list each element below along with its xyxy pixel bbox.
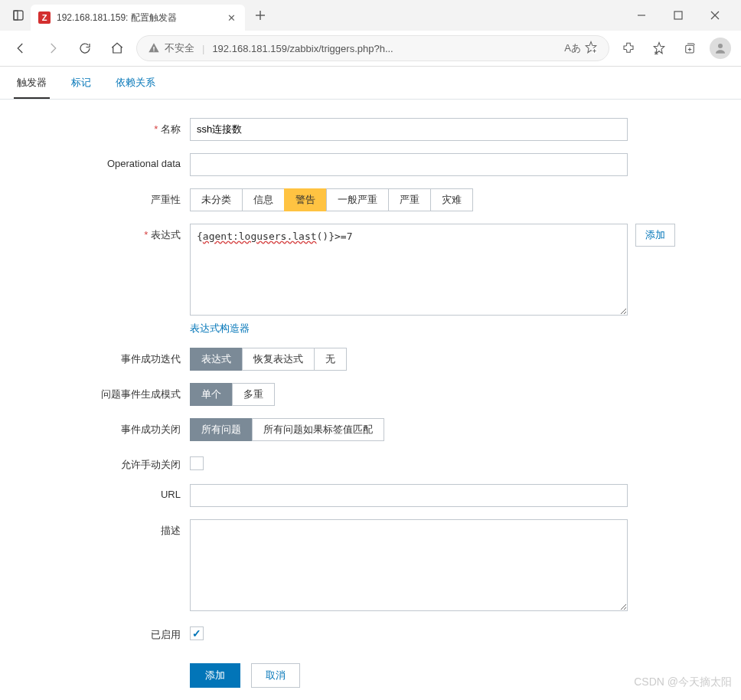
enabled-checkbox[interactable] bbox=[190, 626, 204, 640]
window-controls bbox=[628, 5, 735, 26]
insecure-label: 不安全 bbox=[165, 41, 194, 55]
collections-icon[interactable] bbox=[677, 35, 703, 61]
severity-not-classified[interactable]: 未分类 bbox=[190, 188, 243, 211]
new-tab-icon[interactable] bbox=[248, 3, 273, 28]
label-name: 名称 bbox=[21, 118, 190, 136]
form-actions: 添加 取消 bbox=[21, 663, 720, 688]
severity-disaster[interactable]: 灾难 bbox=[430, 188, 473, 211]
expression-textarea[interactable]: {agent:logusers.last()}>=7 bbox=[190, 224, 628, 316]
ok-event-expression[interactable]: 表达式 bbox=[190, 348, 243, 371]
read-aloud-icon[interactable]: Aあ bbox=[564, 41, 581, 55]
close-window-icon[interactable] bbox=[701, 5, 729, 26]
extensions-icon[interactable] bbox=[615, 35, 641, 61]
operational-data-input[interactable] bbox=[190, 153, 628, 176]
severity-average[interactable]: 一般严重 bbox=[326, 188, 389, 211]
tab-trigger[interactable]: 触发器 bbox=[14, 67, 50, 99]
severity-warning[interactable]: 警告 bbox=[284, 188, 327, 211]
close-icon[interactable]: ✕ bbox=[225, 11, 237, 24]
severity-information[interactable]: 信息 bbox=[242, 188, 285, 211]
url-box[interactable]: 不安全 | 192.168.181.159/zabbix/triggers.ph… bbox=[136, 35, 609, 61]
warning-icon bbox=[148, 42, 160, 54]
page-content: 触发器 标记 依赖关系 名称 Operational data 严重性 未分类 … bbox=[0, 67, 741, 700]
description-textarea[interactable] bbox=[190, 519, 628, 611]
ok-event-none[interactable]: 无 bbox=[314, 348, 347, 371]
ok-event-gen-group: 表达式 恢复表达式 无 bbox=[190, 348, 347, 371]
label-ok-event-gen: 事件成功迭代 bbox=[21, 348, 190, 366]
problem-mode-single[interactable]: 单个 bbox=[190, 383, 233, 406]
tab-bar: Z 192.168.181.159: 配置触发器 ✕ bbox=[0, 0, 741, 31]
label-url: URL bbox=[21, 484, 190, 500]
label-operational-data: Operational data bbox=[21, 153, 190, 169]
allow-manual-close-checkbox[interactable] bbox=[190, 456, 204, 470]
toolbar-icons bbox=[615, 35, 733, 61]
svg-rect-5 bbox=[674, 11, 682, 19]
expression-builder-link[interactable]: 表达式构造器 bbox=[190, 322, 628, 335]
address-bar: 不安全 | 192.168.181.159/zabbix/triggers.ph… bbox=[0, 31, 741, 66]
label-severity: 严重性 bbox=[21, 188, 190, 207]
tab-dependencies[interactable]: 依赖关系 bbox=[113, 67, 158, 99]
back-icon[interactable] bbox=[8, 35, 34, 61]
add-button[interactable]: 添加 bbox=[190, 663, 240, 688]
tab-actions-icon[interactable] bbox=[6, 3, 31, 28]
label-ok-event-close: 事件成功关闭 bbox=[21, 418, 190, 437]
profile-avatar[interactable] bbox=[707, 35, 733, 61]
url-input[interactable] bbox=[190, 484, 628, 507]
svg-rect-8 bbox=[153, 47, 154, 50]
label-problem-event-mode: 问题事件生成模式 bbox=[21, 383, 190, 401]
svg-rect-1 bbox=[14, 11, 18, 20]
insecure-indicator: 不安全 bbox=[148, 41, 194, 55]
label-description: 描述 bbox=[21, 519, 190, 538]
home-icon[interactable] bbox=[104, 35, 130, 61]
favicon-icon: Z bbox=[38, 11, 51, 24]
label-expression: 表达式 bbox=[21, 224, 190, 242]
minimize-icon[interactable] bbox=[628, 5, 655, 26]
trigger-form: 名称 Operational data 严重性 未分类 信息 警告 一般严重 严… bbox=[0, 100, 741, 700]
watermark: CSDN @今天摘太阳 bbox=[634, 675, 732, 689]
url-text: 192.168.181.159/zabbix/triggers.php?h... bbox=[212, 43, 557, 54]
ok-event-close-group: 所有问题 所有问题如果标签值匹配 bbox=[190, 418, 384, 441]
forward-icon[interactable] bbox=[40, 35, 66, 61]
add-expression-button[interactable]: 添加 bbox=[635, 224, 675, 247]
severity-group: 未分类 信息 警告 一般严重 严重 灾难 bbox=[190, 188, 473, 211]
cancel-button[interactable]: 取消 bbox=[251, 663, 300, 688]
tab-tags[interactable]: 标记 bbox=[68, 67, 94, 99]
browser-chrome: Z 192.168.181.159: 配置触发器 ✕ 不安全 | 192.168… bbox=[0, 0, 741, 67]
maximize-icon[interactable] bbox=[664, 5, 692, 26]
ok-close-tag-match[interactable]: 所有问题如果标签值匹配 bbox=[252, 418, 384, 441]
severity-high[interactable]: 严重 bbox=[388, 188, 431, 211]
label-enabled: 已启用 bbox=[21, 623, 190, 642]
tab-title: 192.168.181.159: 配置触发器 bbox=[57, 11, 219, 25]
ok-close-all[interactable]: 所有问题 bbox=[190, 418, 253, 441]
problem-event-mode-group: 单个 多重 bbox=[190, 383, 275, 406]
browser-tab[interactable]: Z 192.168.181.159: 配置触发器 ✕ bbox=[31, 5, 245, 31]
favorites-icon[interactable] bbox=[646, 35, 672, 61]
problem-mode-multiple[interactable]: 多重 bbox=[232, 383, 275, 406]
ok-event-recovery[interactable]: 恢复表达式 bbox=[242, 348, 315, 371]
name-input[interactable] bbox=[190, 118, 628, 141]
label-allow-manual-close: 允许手动关闭 bbox=[21, 453, 190, 472]
svg-rect-0 bbox=[14, 11, 23, 20]
svg-point-18 bbox=[718, 44, 723, 48]
favorite-icon[interactable] bbox=[584, 41, 598, 57]
refresh-icon[interactable] bbox=[72, 35, 98, 61]
svg-rect-9 bbox=[153, 51, 154, 51]
tabs-nav: 触发器 标记 依赖关系 bbox=[0, 67, 741, 100]
